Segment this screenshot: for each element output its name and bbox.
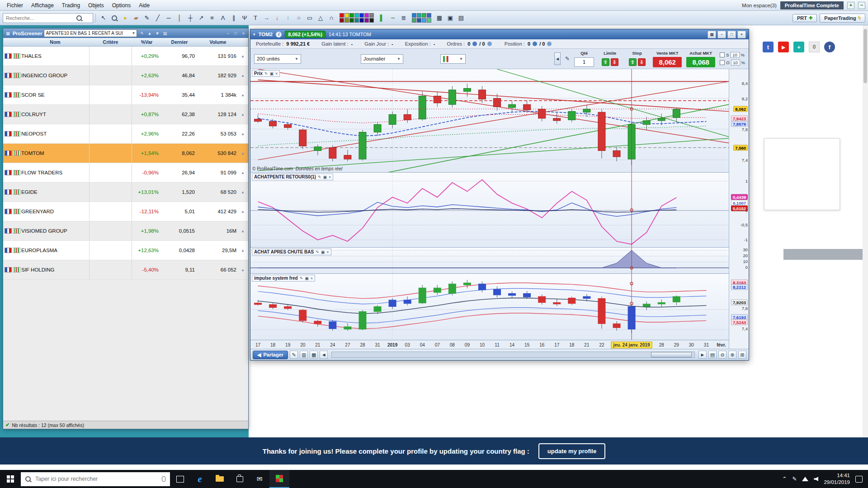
scroll-right-icon[interactable]: ► [698, 351, 707, 359]
menu-trading[interactable]: Trading [58, 1, 84, 10]
column-header-%Var[interactable]: %Var [132, 39, 161, 45]
search-input[interactable] [5, 15, 75, 21]
color-swatch[interactable] [422, 18, 426, 23]
row-sort-icon[interactable]: ▲ [238, 113, 247, 117]
rect-tool-icon[interactable]: ▭ [304, 13, 315, 23]
bar-style-icon[interactable]: ≣ [398, 13, 409, 23]
pane-window-icon[interactable]: ▣ [305, 276, 309, 281]
screener-close-icon[interactable]: × [241, 31, 246, 36]
pane-config-icon[interactable]: ✎ [264, 71, 268, 76]
vline-tool-icon[interactable]: │ [174, 13, 185, 23]
pen-icon[interactable]: ✎ [792, 476, 797, 482]
taskbar-clock[interactable]: 14:41 29/01/2019 [824, 472, 850, 486]
chart-style-select[interactable]: ▌▌▼ [440, 54, 466, 64]
window-maximize-icon[interactable]: □ [727, 31, 736, 38]
arc-tool-icon[interactable]: ∩ [326, 13, 337, 23]
task-view-button[interactable] [170, 470, 190, 488]
share-plus-icon[interactable]: + [793, 42, 804, 52]
row-sort-icon[interactable]: ▲ [238, 210, 247, 214]
scroll-left-icon[interactable]: ◄ [320, 351, 328, 359]
screener-down-icon[interactable]: ▼ [154, 31, 160, 36]
page-scrollbar[interactable] [863, 25, 868, 437]
table-row[interactable]: FLOW TRADERS-0,96%26,9491 099▲ [3, 163, 248, 183]
notifications-icon[interactable] [855, 476, 863, 483]
color-swatch[interactable] [349, 18, 354, 23]
quantity-input[interactable] [574, 57, 594, 67]
sell-stop-button[interactable]: ⇩ [638, 58, 646, 66]
table-row[interactable]: VISIOMED GROUP+1,98%0,051516M▲ [3, 221, 248, 241]
o-checkbox[interactable] [720, 60, 725, 65]
color-swatch[interactable] [427, 13, 431, 18]
arrow-down-tool-icon[interactable]: ↓ [272, 13, 283, 23]
pane-config-icon[interactable]: ✎ [300, 276, 303, 281]
cross-tool-icon[interactable]: ┼ [185, 13, 196, 23]
papertrading-button[interactable]: PaperTradingϟ [820, 14, 865, 23]
explorer-button[interactable] [210, 470, 230, 488]
table-row[interactable]: SCOR SE-13,94%35,441 384k▲ [3, 85, 248, 105]
mini-chart-icon[interactable] [13, 209, 20, 214]
table-row[interactable]: TOMTOM+1,54%8,062530 842▲ [3, 144, 248, 163]
table-row[interactable]: INGENICO GROUP+2,63%46,84182 929▲ [3, 66, 248, 85]
start-button[interactable] [0, 470, 21, 488]
pane-window-icon[interactable]: ▣ [321, 250, 325, 254]
row-sort-icon[interactable]: ▲ [238, 268, 247, 272]
pente-indicator-pane[interactable]: ACHATPENTE RETOURS0(1)✎▣× [250, 172, 729, 247]
pane-config-icon[interactable]: ✎ [316, 250, 319, 254]
candlestick-style-icon[interactable]: ▌ [377, 13, 387, 23]
screener-up-icon[interactable]: ▲ [146, 31, 152, 36]
orders-search-icon[interactable] [547, 42, 552, 46]
mini-chart-icon[interactable] [13, 92, 20, 98]
window-close-icon[interactable]: × [737, 31, 746, 38]
row-sort-icon[interactable]: ▲ [238, 54, 247, 58]
plus-button[interactable]: + [847, 2, 854, 9]
zigzag-tool-icon[interactable]: Λ [217, 13, 228, 23]
color-swatch[interactable] [412, 13, 416, 18]
table-row[interactable]: SIF HOLDING-5,40%9,1166 052▲ [3, 260, 248, 280]
collapse-order-panel-icon[interactable]: ◀ [554, 52, 561, 65]
color-swatch[interactable] [417, 18, 421, 23]
orders-config-icon[interactable] [533, 42, 537, 46]
screener-minimize-icon[interactable]: − [225, 31, 231, 36]
table-row[interactable]: NEOPOST+2,96%22,2653 053▲ [3, 124, 248, 144]
taskbar-search[interactable] [21, 472, 170, 486]
symbol-dropdown-icon[interactable]: ▾ [253, 32, 255, 37]
pane-close-icon[interactable]: × [326, 250, 329, 254]
sell-limit-button[interactable]: ⇩ [611, 58, 618, 66]
color-swatch[interactable] [344, 18, 349, 23]
color-swatch[interactable] [427, 18, 431, 23]
screener-preset-select[interactable]: APENTE10 EN BAS 1 RECENT A SUI▼ [44, 29, 137, 37]
screener-print-icon[interactable]: ▤ [162, 31, 168, 36]
keyboard-icon[interactable]: ▦ [708, 31, 716, 38]
mini-chart-icon[interactable] [13, 53, 20, 59]
store-button[interactable] [230, 470, 250, 488]
screener-maximize-icon[interactable]: □ [233, 31, 239, 36]
color-swatch[interactable] [369, 13, 374, 18]
row-sort-icon[interactable]: ▲ [238, 171, 247, 175]
row-sort-icon[interactable]: ▲ [238, 229, 247, 233]
orders-search-icon[interactable] [487, 42, 492, 46]
mini-chart-icon[interactable] [13, 267, 20, 272]
pane-window-icon[interactable]: ▣ [269, 71, 274, 76]
color-swatch[interactable] [412, 18, 416, 23]
screener-config-icon[interactable]: ✎ [139, 31, 145, 36]
channel-tool-icon[interactable]: ∥ [228, 13, 239, 23]
minus-button[interactable]: − [858, 2, 865, 9]
order-config-icon[interactable]: ✎ [565, 56, 570, 62]
menu-options[interactable]: Options [108, 1, 135, 10]
row-sort-icon[interactable]: ▲ [238, 93, 247, 97]
arrow-up-tool-icon[interactable]: ↑ [283, 13, 293, 23]
pane-close-icon[interactable]: × [329, 175, 331, 179]
facebook-icon[interactable]: f [824, 42, 835, 52]
pane-window-icon[interactable]: ▣ [323, 175, 327, 179]
workspace-label[interactable]: Mon espace(3) [742, 3, 777, 8]
instrument-search[interactable] [3, 13, 93, 23]
edge-button[interactable]: e [190, 470, 210, 488]
mini-chart-icon[interactable] [13, 248, 20, 253]
color-swatch[interactable] [364, 13, 369, 18]
arrow-right-tool-icon[interactable]: → [261, 13, 272, 23]
pane-close-icon[interactable]: × [275, 71, 278, 76]
color-swatch[interactable] [340, 18, 344, 23]
menu-objets[interactable]: Objets [84, 1, 108, 10]
column-header-Nom[interactable]: Nom [21, 39, 89, 45]
info-icon[interactable]: i [276, 32, 282, 38]
